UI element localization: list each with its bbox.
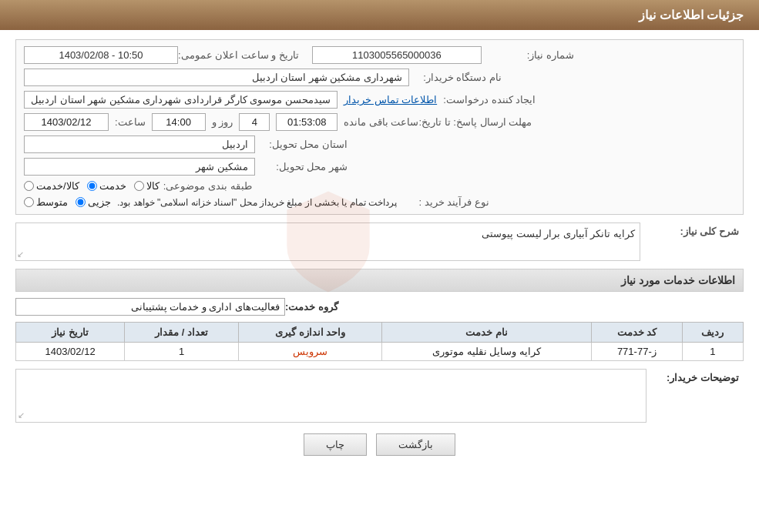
reply-date-value: 1403/02/12 (24, 113, 109, 131)
announce-date-value: 1403/02/08 - 10:50 (24, 46, 178, 64)
cell-name: کرایه وسایل نقلیه موتوری (382, 343, 592, 361)
group-value: فعالیت‌های اداری و خدمات پشتیبانی (15, 298, 285, 316)
remaining-value: 01:53:08 (276, 113, 338, 131)
buyer-desc-label: توضیحات خریدار: (646, 369, 739, 383)
row-reply-deadline: مهلت ارسال پاسخ: تا تاریخ: 1403/02/12 سا… (24, 113, 735, 131)
page-wrapper: جزئیات اطلاعات نیاز شماره نیاز: 11030055… (0, 0, 759, 532)
reply-deadline-label: مهلت ارسال پاسخ: تا تاریخ: (418, 116, 532, 128)
need-number-value: 1103005565000036 (312, 46, 482, 64)
page-title: جزئیات اطلاعات نیاز (639, 8, 744, 22)
shield-watermark (282, 188, 374, 296)
group-row: گروه خدمت: فعالیت‌های اداری و خدمات پشتی… (15, 298, 744, 316)
need-desc-section: شرح کلی نیاز: کرایه تانکر آبیاری برار لی… (15, 223, 744, 261)
radio-khedmat[interactable]: خدمت (87, 180, 126, 192)
col-code: کد خدمت (591, 323, 682, 343)
resize-handle: ↙ (17, 249, 24, 259)
reply-days-value: 4 (239, 113, 270, 131)
col-name: نام خدمت (382, 323, 592, 343)
remaining-label: ساعت باقی مانده (344, 116, 418, 128)
radio-jozii[interactable]: جزیی (76, 196, 111, 208)
buyer-desc-section: توضیحات خریدار: ↙ (15, 369, 744, 423)
radio-motevaset[interactable]: متوسط (24, 196, 68, 208)
radio-kala[interactable]: کالا (134, 180, 160, 192)
reply-days-label: روز و (212, 116, 233, 128)
radio-kala-khedmat[interactable]: کالا/خدمت (24, 180, 79, 192)
cell-unit: سرویس (238, 343, 381, 361)
province-value: اردبیل (24, 136, 255, 153)
category-label: طبقه بندی موضوعی: (160, 180, 252, 192)
resize-handle-buyer: ↙ (18, 410, 25, 420)
row-need-number: شماره نیاز: 1103005565000036 تاریخ و ساع… (24, 46, 735, 64)
cell-code: ز-77-771 (591, 343, 682, 361)
category-radio-group: کالا/خدمت خدمت کالا (24, 180, 160, 192)
cell-date: 1403/02/12 (16, 343, 125, 361)
buyer-org-label: نام دستگاه خریدار: (409, 72, 502, 83)
row-province: استان محل تحویل: اردبیل (24, 136, 735, 153)
buyer-desc-box: ↙ (15, 369, 646, 423)
reply-time-label: ساعت: (115, 116, 146, 128)
buyer-org-value: شهرداری مشکین شهر استان اردبیل (24, 69, 409, 86)
back-button[interactable]: بازگشت (376, 433, 455, 456)
purchase-type-label: نوع فرآیند خرید : (397, 196, 489, 208)
row-buyer-org: نام دستگاه خریدار: شهرداری مشکین شهر است… (24, 69, 735, 86)
group-label: گروه خدمت: (285, 301, 338, 313)
col-quantity: تعداد / مقدار (125, 323, 239, 343)
announce-date-label: تاریخ و ساعت اعلان عمومی: (178, 49, 299, 61)
creator-value: سیدمحسن موسوی کارگر قراردادی شهرداری مشک… (24, 91, 338, 109)
cell-row-num: 1 (682, 343, 743, 361)
col-unit: واحد اندازه گیری (238, 323, 381, 343)
table-header-row: ردیف کد خدمت نام خدمت واحد اندازه گیری ت… (16, 323, 744, 343)
form-section: شماره نیاز: 1103005565000036 تاریخ و ساع… (15, 39, 744, 215)
cell-quantity: 1 (125, 343, 239, 361)
row-city: شهر محل تحویل: مشکین شهر (24, 158, 735, 176)
page-header: جزئیات اطلاعات نیاز (0, 0, 759, 30)
services-section-title: اطلاعات خدمات مورد نیاز (15, 269, 744, 292)
services-table-section: ردیف کد خدمت نام خدمت واحد اندازه گیری ت… (15, 322, 744, 361)
city-label: شهر محل تحویل: (255, 161, 348, 172)
row-category: طبقه بندی موضوعی: کالا/خدمت خدمت کالا (24, 180, 735, 192)
services-table: ردیف کد خدمت نام خدمت واحد اندازه گیری ت… (15, 322, 744, 361)
print-button[interactable]: چاپ (304, 433, 367, 456)
row-creator: ایجاد کننده درخواست: سیدمحسن موسوی کارگر… (24, 91, 735, 109)
creator-label: ایجاد کننده درخواست: (443, 94, 536, 105)
table-row: 1 ز-77-771 کرایه وسایل نقلیه موتوری سروی… (16, 343, 744, 361)
row-purchase-type: نوع فرآیند خرید : متوسط جزیی پرداخت تمام… (24, 196, 735, 208)
contact-link[interactable]: اطلاعات تماس خریدار (344, 94, 437, 105)
need-desc-label: شرح کلی نیاز: (646, 223, 739, 237)
purchase-type-radio-group: متوسط جزیی (24, 196, 111, 208)
reply-time-value: 14:00 (152, 113, 206, 131)
province-label: استان محل تحویل: (255, 139, 348, 150)
need-number-label: شماره نیاز: (482, 49, 574, 61)
col-date: تاریخ نیاز (16, 323, 125, 343)
buttons-row: بازگشت چاپ (15, 433, 744, 456)
col-row-num: ردیف (682, 323, 743, 343)
main-content: شماره نیاز: 1103005565000036 تاریخ و ساع… (0, 30, 759, 465)
city-value: مشکین شهر (24, 158, 255, 176)
